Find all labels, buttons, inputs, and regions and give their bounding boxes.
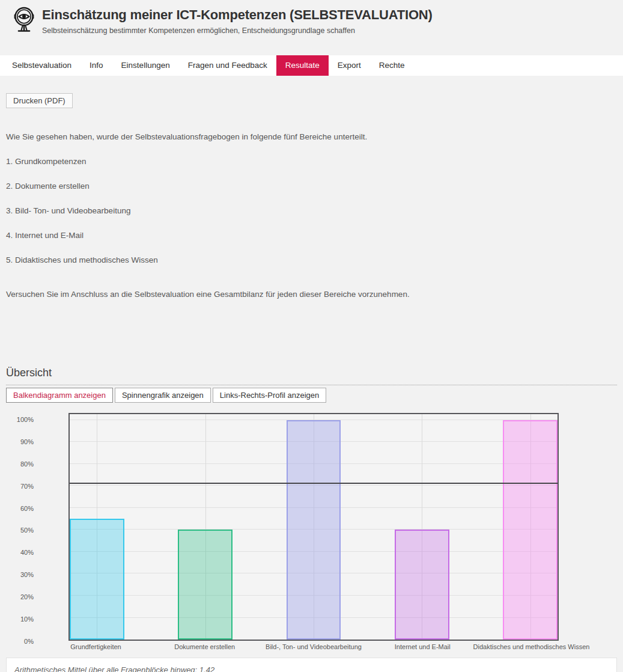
y-axis-tick: 30%	[20, 571, 34, 578]
chart-summary-box: Arithmetisches Mittel über alle Fragenbl…	[6, 658, 617, 672]
intro-list-item: 5. Didaktisches und methodisches Wissen	[6, 255, 617, 264]
y-axis-tick: 20%	[20, 593, 34, 600]
overview-heading: Übersicht	[6, 367, 617, 379]
nav-tab-rechte[interactable]: Rechte	[370, 55, 414, 76]
eye-mirror-icon	[11, 6, 37, 35]
mean-threshold-line	[70, 483, 558, 484]
toggle-balkendiagramm-anzeigen[interactable]: Balkendiagramm anzeigen	[6, 388, 113, 403]
main-nav: SelbstevaluationInfoEinstellungenFragen …	[0, 55, 623, 76]
x-axis-label: Didaktisches und methodisches Wissen	[473, 643, 590, 650]
nav-tab-export[interactable]: Export	[329, 55, 370, 76]
bar-internet-und-e-mail	[395, 530, 449, 640]
chart-plot-area	[68, 413, 559, 641]
chart-y-axis: 0%10%20%30%40%50%60%70%80%90%100%	[6, 413, 68, 641]
summary-line: Arithmetisches Mittel über alle Fragenbl…	[14, 665, 609, 672]
x-axis-label: Grundfertigkeiten	[70, 643, 121, 650]
intro-list-item: 3. Bild- Ton- und Videobearbeitung	[6, 206, 617, 215]
bar-chart: 0%10%20%30%40%50%60%70%80%90%100%	[6, 413, 617, 641]
bar-dokumente-erstellen	[178, 530, 232, 640]
y-axis-tick: 40%	[20, 549, 34, 556]
y-axis-tick: 70%	[20, 483, 34, 490]
bar-didaktisches-und-methodisches-wissen	[503, 420, 558, 640]
nav-tab-resultate[interactable]: Resultate	[276, 55, 329, 76]
x-axis-label: Dokumente erstellen	[174, 643, 235, 650]
page-subtitle: Selbsteinschätzung bestimmter Kompetenze…	[42, 26, 433, 35]
y-axis-tick: 100%	[17, 416, 34, 423]
y-axis-tick: 80%	[20, 460, 34, 468]
y-axis-tick: 90%	[20, 438, 34, 445]
intro-lead: Wie Sie gesehen haben, wurde der Selbste…	[6, 132, 617, 141]
chart-x-axis: GrundfertigkeitenDokumente erstellenBild…	[68, 643, 559, 654]
bar-grundfertigkeiten	[70, 519, 124, 640]
intro-list-item: 4. Internet und E-Mail	[6, 231, 617, 240]
nav-tab-selbstevaluation[interactable]: Selbstevaluation	[3, 55, 81, 76]
print-pdf-button[interactable]: Drucken (PDF)	[6, 93, 73, 108]
intro-list: 1. Grundkompetenzen2. Dokumente erstelle…	[6, 157, 617, 264]
y-axis-tick: 0%	[24, 638, 34, 645]
nav-tab-info[interactable]: Info	[81, 55, 112, 76]
nav-tab-fragen-und-feedback[interactable]: Fragen und Feedback	[179, 55, 276, 76]
toggle-spinnengrafik-anzeigen[interactable]: Spinnengrafik anzeigen	[115, 388, 211, 403]
y-axis-tick: 60%	[20, 505, 34, 512]
bar-bild-ton-und-videobearbeitung	[287, 420, 341, 640]
y-axis-tick: 50%	[20, 527, 34, 534]
intro-list-item: 1. Grundkompetenzen	[6, 157, 617, 166]
nav-tab-einstellungen[interactable]: Einstellungen	[112, 55, 179, 76]
intro-text: Wie Sie gesehen haben, wurde der Selbste…	[6, 132, 617, 299]
x-axis-label: Bild-, Ton- und Videobearbeitung	[266, 643, 362, 650]
intro-list-item: 2. Dokumente erstellen	[6, 182, 617, 191]
app-header: Einschätzung meiner ICT-Kompetenzen (SEL…	[0, 0, 623, 55]
x-axis-label: Internet und E-Mail	[395, 643, 451, 650]
overview-section-header: Übersicht	[6, 367, 617, 385]
main-content: Drucken (PDF) Wie Sie gesehen haben, wur…	[0, 76, 623, 672]
page-title: Einschätzung meiner ICT-Kompetenzen (SEL…	[42, 7, 433, 23]
chart-toggle-buttons: Balkendiagramm anzeigenSpinnengrafik anz…	[6, 388, 617, 403]
toggle-links-rechts-profil-anzeigen[interactable]: Links-Rechts-Profil anzeigen	[213, 388, 326, 403]
intro-outro: Versuchen Sie im Anschluss an die Selbst…	[6, 290, 617, 299]
y-axis-tick: 10%	[20, 615, 34, 623]
